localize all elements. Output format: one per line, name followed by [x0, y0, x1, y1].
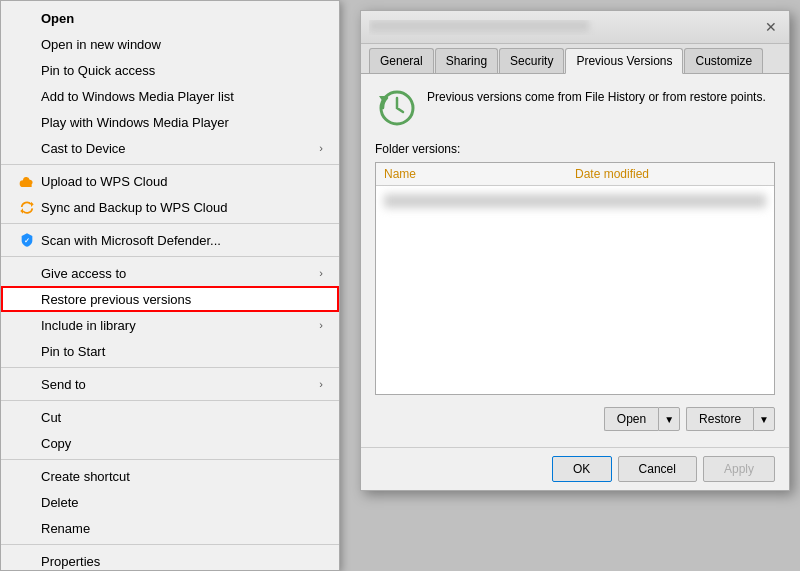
menu-item-label-restore-prev: Restore previous versions: [41, 292, 323, 307]
menu-item-label-play-media-player: Play with Windows Media Player: [41, 115, 323, 130]
menu-item-delete[interactable]: Delete: [1, 489, 339, 515]
svg-marker-0: [31, 202, 34, 207]
menu-separator: [1, 459, 339, 460]
col-date-header: Date modified: [575, 167, 766, 181]
title-blur-text: [369, 20, 589, 32]
info-text: Previous versions come from File History…: [427, 86, 766, 106]
menu-item-copy[interactable]: Copy: [1, 430, 339, 456]
info-row: Previous versions come from File History…: [375, 86, 775, 128]
submenu-chevron-icon: ›: [319, 142, 323, 154]
submenu-chevron-icon: ›: [319, 267, 323, 279]
menu-item-label-pin-start: Pin to Start: [41, 344, 323, 359]
table-action-buttons: Open ▼ Restore ▼: [375, 403, 775, 435]
tab-bar: GeneralSharingSecurityPrevious VersionsC…: [361, 44, 789, 74]
open-split-button: Open ▼: [604, 407, 680, 431]
menu-item-pin-start[interactable]: Pin to Start: [1, 338, 339, 364]
menu-separator: [1, 164, 339, 165]
menu-item-cast-device[interactable]: Cast to Device›: [1, 135, 339, 161]
dialog-title: [369, 20, 761, 35]
dialog-window: ✕ GeneralSharingSecurityPrevious Version…: [360, 10, 790, 491]
restore-dropdown-arrow[interactable]: ▼: [753, 407, 775, 431]
menu-item-label-send-to: Send to: [41, 377, 319, 392]
menu-item-label-cut: Cut: [41, 410, 323, 425]
menu-item-label-include-library: Include in library: [41, 318, 319, 333]
menu-item-label-upload-wps: Upload to WPS Cloud: [41, 174, 323, 189]
menu-item-label-delete: Delete: [41, 495, 323, 510]
history-icon: [375, 86, 417, 128]
tab-customize[interactable]: Customize: [684, 48, 763, 73]
menu-item-label-open-new-window: Open in new window: [41, 37, 323, 52]
menu-item-label-sync-wps: Sync and Backup to WPS Cloud: [41, 200, 323, 215]
menu-item-scan-defender[interactable]: ✓Scan with Microsoft Defender...: [1, 227, 339, 253]
svg-marker-1: [20, 208, 23, 213]
tab-sharing[interactable]: Sharing: [435, 48, 498, 73]
menu-item-label-give-access: Give access to: [41, 266, 319, 281]
menu-item-give-access[interactable]: Give access to›: [1, 260, 339, 286]
menu-item-open[interactable]: Open: [1, 5, 339, 31]
col-name-header: Name: [384, 167, 575, 181]
versions-header: Name Date modified: [376, 163, 774, 186]
menu-separator: [1, 256, 339, 257]
submenu-chevron-icon: ›: [319, 319, 323, 331]
cloud-icon: [17, 175, 37, 187]
menu-item-label-scan-defender: Scan with Microsoft Defender...: [41, 233, 323, 248]
open-button[interactable]: Open: [604, 407, 658, 431]
svg-text:✓: ✓: [24, 237, 30, 244]
menu-separator: [1, 400, 339, 401]
tab-general[interactable]: General: [369, 48, 434, 73]
menu-separator: [1, 544, 339, 545]
restore-button[interactable]: Restore: [686, 407, 753, 431]
menu-item-open-new-window[interactable]: Open in new window: [1, 31, 339, 57]
menu-item-play-media-player[interactable]: Play with Windows Media Player: [1, 109, 339, 135]
cancel-button[interactable]: Cancel: [618, 456, 697, 482]
tab-security[interactable]: Security: [499, 48, 564, 73]
shield-icon: ✓: [17, 232, 37, 248]
menu-item-label-cast-device: Cast to Device: [41, 141, 319, 156]
folder-versions-label: Folder versions:: [375, 142, 775, 156]
menu-item-cut[interactable]: Cut: [1, 404, 339, 430]
versions-body: [376, 194, 774, 394]
menu-item-label-add-media-player: Add to Windows Media Player list: [41, 89, 323, 104]
chevron-down-icon-2: ▼: [759, 414, 769, 425]
chevron-down-icon: ▼: [664, 414, 674, 425]
menu-item-label-open: Open: [41, 11, 323, 26]
versions-table: Name Date modified: [375, 162, 775, 395]
menu-item-include-library[interactable]: Include in library›: [1, 312, 339, 338]
menu-item-pin-quick-access[interactable]: Pin to Quick access: [1, 57, 339, 83]
dialog-content: Previous versions come from File History…: [361, 74, 789, 447]
blur-row-1: [384, 194, 766, 208]
menu-separator: [1, 223, 339, 224]
dialog-footer: OK Cancel Apply: [361, 447, 789, 490]
ok-button[interactable]: OK: [552, 456, 612, 482]
menu-item-label-copy: Copy: [41, 436, 323, 451]
menu-separator: [1, 367, 339, 368]
menu-item-create-shortcut[interactable]: Create shortcut: [1, 463, 339, 489]
menu-item-label-create-shortcut: Create shortcut: [41, 469, 323, 484]
menu-item-sync-wps[interactable]: Sync and Backup to WPS Cloud: [1, 194, 339, 220]
tab-previous-versions[interactable]: Previous Versions: [565, 48, 683, 74]
menu-item-properties[interactable]: Properties: [1, 548, 339, 571]
menu-item-rename[interactable]: Rename: [1, 515, 339, 541]
menu-item-restore-prev[interactable]: Restore previous versions: [1, 286, 339, 312]
open-dropdown-arrow[interactable]: ▼: [658, 407, 680, 431]
menu-item-label-pin-quick-access: Pin to Quick access: [41, 63, 323, 78]
submenu-chevron-icon: ›: [319, 378, 323, 390]
dialog-titlebar: ✕: [361, 11, 789, 44]
sync-icon: [17, 200, 37, 214]
menu-item-label-properties: Properties: [41, 554, 323, 569]
menu-item-upload-wps[interactable]: Upload to WPS Cloud: [1, 168, 339, 194]
apply-button[interactable]: Apply: [703, 456, 775, 482]
restore-split-button: Restore ▼: [686, 407, 775, 431]
context-menu: OpenOpen in new windowPin to Quick acces…: [0, 0, 340, 571]
menu-item-add-media-player[interactable]: Add to Windows Media Player list: [1, 83, 339, 109]
menu-item-send-to[interactable]: Send to›: [1, 371, 339, 397]
menu-item-label-rename: Rename: [41, 521, 323, 536]
close-button[interactable]: ✕: [761, 17, 781, 37]
